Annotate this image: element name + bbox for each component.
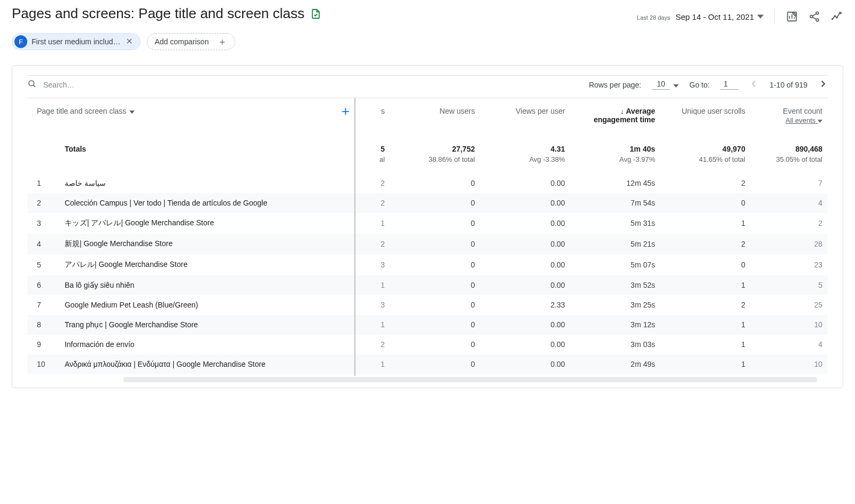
row-engagement: 7m 54s xyxy=(570,193,660,213)
caret-down-icon xyxy=(129,107,135,115)
row-index: 8 xyxy=(27,315,59,335)
row-views-per-user: 0.00 xyxy=(480,255,571,275)
row-index: 9 xyxy=(27,335,59,355)
row-index: 1 xyxy=(27,174,59,193)
row-title: Ανδρικά μπλουζάκια | Ενδύματα | Google M… xyxy=(59,355,358,374)
table-row[interactable]: 9Información de envío200.003m 03s14 xyxy=(27,335,828,355)
svg-point-1 xyxy=(816,12,819,14)
row-new-users: 0 xyxy=(390,355,480,374)
row-title: سياسة خاصة xyxy=(59,174,358,193)
svg-point-7 xyxy=(840,13,841,14)
search-input[interactable] xyxy=(42,80,149,90)
table-row[interactable]: 8Trang phục | Google Merchandise Store10… xyxy=(27,315,828,335)
row-unique-scrolls: 1 xyxy=(660,355,751,374)
row-index: 5 xyxy=(27,255,59,275)
report-card: Rows per page: 10 Go to: 1 1-10 of 919 xyxy=(12,65,843,388)
table-row[interactable]: 7Google Medium Pet Leash (Blue/Green)302… xyxy=(27,295,828,315)
row-views-per-user: 0.00 xyxy=(480,315,571,335)
totals-engagement: 1m 40s xyxy=(630,145,655,153)
col-unique-scrolls[interactable]: Unique user scrolls xyxy=(660,98,751,134)
row-index: 2 xyxy=(27,193,59,213)
table-row[interactable]: 4新規| Google Merchandise Store200.005m 21… xyxy=(27,234,828,255)
add-comparison-label: Add comparison xyxy=(155,37,209,46)
row-title: アパレル| Google Merchandise Store xyxy=(59,255,358,275)
row-views-per-user: 0.00 xyxy=(480,174,571,193)
horizontal-scrollbar[interactable] xyxy=(123,377,817,382)
row-new-users: 0 xyxy=(390,193,480,213)
row-engagement: 5m 21s xyxy=(570,234,660,255)
svg-point-3 xyxy=(816,19,819,21)
share-icon[interactable] xyxy=(808,10,821,23)
table-row[interactable]: 3キッズ| アパレル| Google Merchandise Store100.… xyxy=(27,213,828,234)
col-event-count[interactable]: Event count All events xyxy=(751,98,828,134)
row-engagement: 3m 03s xyxy=(570,335,660,355)
row-event-count: 25 xyxy=(751,295,828,315)
table-row[interactable]: 1سياسة خاصة200.0012m 45s27 xyxy=(27,174,828,193)
pagination-range: 1-10 of 919 xyxy=(770,81,807,89)
row-edge-fragment: 3 xyxy=(358,295,390,315)
row-edge-fragment: 1 xyxy=(358,355,390,374)
goto-input[interactable]: 1 xyxy=(720,80,739,90)
row-unique-scrolls: 0 xyxy=(660,193,751,213)
row-event-count: 28 xyxy=(751,234,828,255)
row-title: Ba lô giấy siêu nhiên xyxy=(59,275,358,295)
row-views-per-user: 0.00 xyxy=(480,234,571,255)
filter-chip[interactable]: F First user medium includ… xyxy=(12,33,141,50)
col-new-users[interactable]: New users xyxy=(390,98,480,134)
row-edge-fragment: 1 xyxy=(358,275,390,295)
prev-page-icon[interactable] xyxy=(749,79,759,90)
col-avg-engagement[interactable]: ↓ Average engagement time xyxy=(570,98,660,134)
close-icon[interactable] xyxy=(125,37,134,47)
filter-chip-avatar: F xyxy=(14,35,27,48)
date-range-label: Last 28 days xyxy=(637,14,670,21)
row-index: 10 xyxy=(27,355,59,374)
col-edge-fragment: s xyxy=(358,98,390,134)
row-engagement: 3m 25s xyxy=(570,295,660,315)
row-edge-fragment: 2 xyxy=(358,193,390,213)
event-count-filter[interactable]: All events xyxy=(786,116,815,124)
rows-per-page-select[interactable]: 10 xyxy=(652,80,679,90)
next-page-icon[interactable] xyxy=(818,79,828,90)
col-views-per-user[interactable]: Views per user xyxy=(480,98,571,134)
row-engagement: 3m 12s xyxy=(570,315,660,335)
search-icon xyxy=(27,79,37,90)
row-title: Google Medium Pet Leash (Blue/Green) xyxy=(59,295,358,315)
row-engagement: 5m 07s xyxy=(570,255,660,275)
row-views-per-user: 0.00 xyxy=(480,213,571,234)
data-table: Page title and screen class + s New user… xyxy=(27,98,828,374)
table-row[interactable]: 6Ba lô giấy siêu nhiên100.003m 52s15 xyxy=(27,275,828,295)
date-range-value: Sep 14 - Oct 11, 2021 xyxy=(675,12,754,21)
row-engagement: 5m 31s xyxy=(570,213,660,234)
row-title: 新規| Google Merchandise Store xyxy=(59,234,358,255)
row-title: Colección Campus | Ver todo | Tienda de … xyxy=(59,193,358,213)
rows-per-page-value: 10 xyxy=(652,80,670,90)
row-unique-scrolls: 1 xyxy=(660,213,751,234)
table-search[interactable] xyxy=(27,79,149,90)
svg-point-2 xyxy=(810,15,813,18)
row-edge-fragment: 1 xyxy=(358,315,390,335)
row-event-count: 4 xyxy=(751,193,828,213)
customize-report-icon[interactable] xyxy=(786,10,798,23)
table-row[interactable]: 5アパレル| Google Merchandise Store300.005m … xyxy=(27,255,828,275)
dimension-picker[interactable]: Page title and screen class xyxy=(37,107,135,115)
svg-point-5 xyxy=(834,15,835,17)
add-comparison-button[interactable]: Add comparison ＋ xyxy=(147,33,235,50)
totals-event-count: 890,468 xyxy=(795,145,822,153)
divider xyxy=(774,9,775,25)
insights-icon[interactable] xyxy=(830,10,843,23)
row-new-users: 0 xyxy=(390,174,480,193)
row-unique-scrolls: 1 xyxy=(660,335,751,355)
date-range-picker[interactable]: Last 28 days Sep 14 - Oct 11, 2021 xyxy=(637,12,764,21)
totals-scrolls: 49,970 xyxy=(722,145,745,153)
row-event-count: 4 xyxy=(751,335,828,355)
table-row[interactable]: 10Ανδρικά μπλουζάκια | Ενδύματα | Google… xyxy=(27,355,828,374)
totals-edge-fragment: 5 xyxy=(380,145,385,153)
table-row[interactable]: 2Colección Campus | Ver todo | Tienda de… xyxy=(27,193,828,213)
row-index: 4 xyxy=(27,234,59,255)
row-index: 7 xyxy=(27,295,59,315)
row-index: 3 xyxy=(27,213,59,234)
sort-desc-icon: ↓ xyxy=(620,107,626,115)
row-unique-scrolls: 0 xyxy=(660,255,751,275)
row-engagement: 12m 45s xyxy=(570,174,660,193)
row-edge-fragment: 3 xyxy=(358,255,390,275)
